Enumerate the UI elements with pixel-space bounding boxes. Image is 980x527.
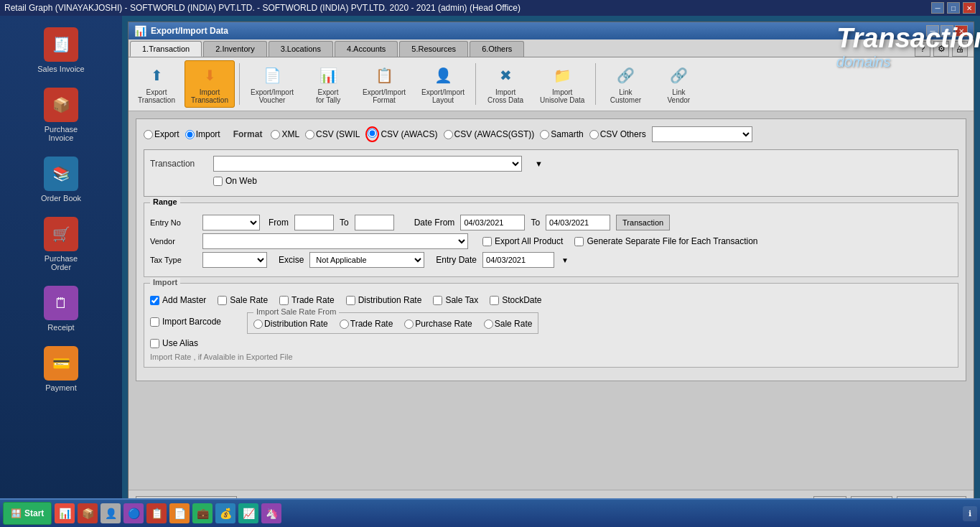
toolbar-export-transaction[interactable]: ⬆ ExportTransaction [131, 60, 182, 108]
taskbar-icon-5[interactable]: 📋 [146, 503, 167, 523]
tax-type-select[interactable] [202, 252, 267, 268]
format-csvothers-label[interactable]: CSV Others [589, 129, 646, 139]
date-to-input[interactable] [546, 215, 610, 230]
taskbar-icon-4[interactable]: 🔵 [123, 503, 144, 523]
import-radio[interactable] [185, 130, 195, 139]
tab-others[interactable]: 6.Others [470, 41, 524, 57]
taskbar-icon-8[interactable]: 💰 [215, 503, 235, 523]
format-csvawacsGST-radio[interactable] [444, 130, 453, 139]
use-alias-checkbox[interactable] [150, 339, 159, 348]
close-btn[interactable]: ✕ [963, 2, 976, 14]
distribution-rate-checkbox[interactable] [346, 296, 355, 305]
format-xml-label[interactable]: XML [271, 129, 299, 139]
trade-rate-radio[interactable] [340, 320, 349, 329]
excise-select[interactable]: Not Applicable [309, 252, 424, 268]
start-button[interactable]: 🪟 Start [3, 502, 52, 525]
tab-inventory[interactable]: 2.Inventory [203, 41, 266, 57]
trade-rate-checkbox[interactable] [279, 296, 289, 305]
taskbar-icon-10[interactable]: 🦄 [261, 503, 281, 523]
date-from-input[interactable] [460, 215, 525, 230]
entry-date-dropdown[interactable]: ▼ [561, 256, 569, 264]
sidebar-item-purchase-order[interactable]: 🛒 PurchaseOrder [11, 213, 111, 276]
transaction-select[interactable] [213, 156, 522, 172]
sidebar-item-payment[interactable]: 💳 Payment [11, 342, 111, 396]
toolbar-link-vendor[interactable]: 🔗 LinkVendor [653, 60, 704, 108]
tab-transaction[interactable]: 1.Transaction [130, 41, 202, 57]
toolbar-link-customer[interactable]: 🔗 LinkCustomer [600, 60, 650, 108]
toolbar-export-import-layout[interactable]: 👤 Export/ImportLayout [415, 60, 471, 108]
maximize-btn[interactable]: □ [947, 2, 960, 14]
sale-tax-checkbox[interactable] [433, 296, 442, 305]
vendor-select[interactable] [202, 233, 468, 249]
format-samarth-radio[interactable] [540, 130, 549, 139]
sidebar-item-order-book[interactable]: 📚 Order Book [11, 152, 111, 207]
sale-rate-label[interactable]: Sale Rate [218, 295, 268, 305]
taskbar-info-btn[interactable]: ℹ [963, 506, 977, 521]
trade-rate-radio-label[interactable]: Trade Rate [340, 319, 393, 329]
tab-accounts[interactable]: 4.Accounts [335, 41, 398, 57]
generate-separate-file-checkbox[interactable] [574, 237, 584, 246]
sidebar: 🧾 Sales Invoice 📦 PurchaseInvoice 📚 Orde… [0, 16, 122, 527]
export-all-product-checkbox[interactable] [482, 237, 492, 246]
import-radio-label[interactable]: Import [185, 129, 220, 139]
entry-to-input[interactable] [355, 215, 394, 230]
purchase-rate-radio-label[interactable]: Purchase Rate [404, 319, 472, 329]
format-csvawacsGST-label[interactable]: CSV (AWACS(GST)) [444, 129, 535, 139]
entry-date-input[interactable] [482, 252, 554, 268]
distribution-rate-label[interactable]: Distribution Rate [346, 295, 422, 305]
on-web-label[interactable]: On Web [213, 176, 257, 186]
sale-tax-label[interactable]: Sale Tax [433, 295, 478, 305]
stock-date-label[interactable]: StockDate [490, 295, 541, 305]
export-radio[interactable] [144, 130, 153, 139]
format-samarth-label[interactable]: Samarth [540, 129, 583, 139]
import-section: Import Add Master Sale Rate [144, 283, 958, 368]
transaction-btn[interactable]: Transaction [616, 215, 670, 230]
stock-date-checkbox[interactable] [490, 296, 499, 305]
toolbar-export-import-format[interactable]: 📋 Export/ImportFormat [356, 60, 412, 108]
import-barcode-label[interactable]: Import Barcode [150, 317, 221, 327]
generate-separate-file-label[interactable]: Generate Separate File for Each Transact… [574, 236, 757, 246]
sidebar-item-receipt[interactable]: 🗒 Receipt [11, 281, 111, 336]
purchase-rate-radio[interactable] [404, 320, 414, 329]
sale-rate-opt-radio[interactable] [484, 320, 493, 329]
taskbar-icon-1[interactable]: 📊 [55, 503, 75, 523]
add-master-checkbox[interactable] [150, 296, 159, 305]
taskbar-icon-3[interactable]: 👤 [101, 503, 121, 523]
format-csvawacs-label[interactable]: CSV (AWACS) [365, 126, 437, 142]
taskbar-icon-7[interactable]: 💼 [192, 503, 213, 523]
format-csvswil-radio[interactable] [305, 130, 314, 139]
format-csvswil-label[interactable]: CSV (SWIL [305, 129, 360, 139]
trade-rate-label[interactable]: Trade Rate [279, 295, 335, 305]
toolbar-import-unisolve[interactable]: 📁 ImportUnisolve Data [533, 60, 591, 108]
sidebar-item-sales-invoice[interactable]: 🧾 Sales Invoice [11, 23, 111, 78]
sale-rate-checkbox[interactable] [218, 296, 227, 305]
minimize-btn[interactable]: ─ [931, 2, 944, 14]
csv-others-select[interactable] [652, 126, 752, 142]
sale-rate-opt-radio-label[interactable]: Sale Rate [484, 319, 533, 329]
tab-locations[interactable]: 3.Locations [269, 41, 333, 57]
add-master-label[interactable]: Add Master [150, 295, 206, 305]
dist-rate-radio-label[interactable]: Distribution Rate [253, 319, 328, 329]
toolbar-import-cross-data[interactable]: ✖ ImportCross Data [480, 60, 531, 108]
export-radio-label[interactable]: Export [144, 129, 179, 139]
taskbar-icon-2[interactable]: 📦 [78, 503, 98, 523]
entry-from-input[interactable] [294, 215, 334, 230]
trade-rate-text: Trade Rate [291, 295, 335, 305]
sidebar-item-purchase-invoice[interactable]: 📦 PurchaseInvoice [11, 83, 111, 146]
import-barcode-checkbox[interactable] [150, 317, 159, 327]
toolbar-export-tally[interactable]: 📊 Exportfor Tally [303, 60, 353, 108]
import-barcode-text: Import Barcode [162, 317, 221, 327]
export-all-product-label[interactable]: Export All Product [482, 236, 563, 246]
toolbar-import-transaction[interactable]: ⬇ ImportTransaction [185, 60, 235, 108]
use-alias-label[interactable]: Use Alias [150, 338, 198, 348]
on-web-checkbox[interactable] [213, 177, 223, 186]
format-csvothers-radio[interactable] [589, 130, 599, 139]
toolbar-export-import-voucher[interactable]: 📄 Export/ImportVoucher [244, 60, 300, 108]
entry-no-select[interactable] [202, 215, 260, 230]
taskbar-icon-6[interactable]: 📄 [169, 503, 190, 523]
tab-resources[interactable]: 5.Resources [399, 41, 468, 57]
format-xml-radio[interactable] [271, 130, 280, 139]
taskbar-icon-9[interactable]: 📈 [238, 503, 258, 523]
format-csvawacs-radio[interactable] [368, 129, 377, 138]
dist-rate-radio[interactable] [253, 320, 263, 329]
